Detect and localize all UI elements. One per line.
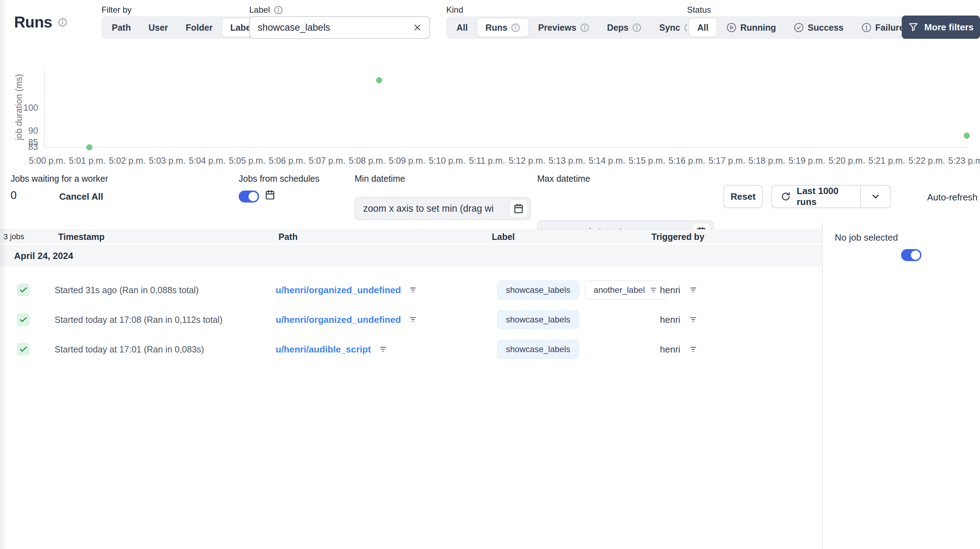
success-check-icon: [17, 313, 30, 326]
label-chip[interactable]: another_label: [585, 281, 667, 300]
label-filter-label: Label: [249, 5, 283, 15]
col-label: Label: [492, 231, 515, 242]
info-icon[interactable]: [511, 23, 520, 32]
reset-button[interactable]: Reset: [723, 185, 763, 208]
x-tick-label: 5:17 p.m.: [709, 156, 745, 166]
jobs-waiting-label: Jobs waiting for a worker: [11, 174, 108, 184]
jobs-waiting-count: 0: [11, 189, 17, 202]
refresh-icon: [781, 191, 791, 202]
job-timestamp: Started today at 17:01 (Ran in 0,083s): [55, 344, 204, 354]
run-data-point[interactable]: [964, 132, 970, 139]
chevron-down-icon: [870, 191, 881, 202]
job-row[interactable]: Started today at 17:01 (Ran in 0,083s) u…: [0, 335, 822, 364]
min-datetime-input[interactable]: [355, 203, 530, 214]
x-tick-label: 5:10 p.m.: [429, 156, 465, 166]
label-chip[interactable]: showcase_labels: [497, 340, 579, 359]
more-filters-button[interactable]: More filters: [902, 16, 980, 39]
kind-option-deps[interactable]: Deps: [598, 18, 650, 37]
min-datetime-field: [355, 197, 531, 220]
label-chip-text: showcase_labels: [506, 285, 570, 295]
table-header-band: 3 jobs Timestamp Path Label Triggered by: [0, 229, 822, 243]
x-tick-label: 5:23 p.m.: [948, 156, 980, 166]
status-option-running[interactable]: Running: [718, 18, 784, 37]
status-option-label: All: [697, 22, 709, 33]
kind-option-runs[interactable]: Runs: [477, 18, 529, 37]
x-tick-label: 5:15 p.m.: [628, 156, 665, 166]
cancel-all-button[interactable]: Cancel All: [59, 191, 103, 202]
kind-option-previews[interactable]: Previews: [530, 18, 598, 37]
job-path-link[interactable]: u/henri/organized_undefined: [276, 314, 401, 325]
filter-icon[interactable]: [689, 316, 698, 324]
label-filter-field: [249, 16, 430, 39]
filter-by-option-folder[interactable]: Folder: [177, 18, 221, 37]
triggered-by-user: henri: [660, 344, 680, 355]
kind-option-label: Sync: [659, 22, 680, 33]
job-labels: showcase_labels: [497, 310, 579, 329]
kind-option-label: Previews: [538, 22, 576, 33]
filter-by-option-label: Folder: [186, 22, 213, 33]
x-tick-label: 5:04 p.m.: [189, 156, 225, 166]
filter-by-option-label: User: [148, 22, 168, 33]
x-tick-label: 5:14 p.m.: [589, 156, 625, 166]
success-check-icon: [17, 284, 30, 296]
triggered-by-user: henri: [660, 314, 680, 325]
job-labels: showcase_labels: [497, 340, 579, 359]
x-tick-label: 5:22 p.m.: [908, 156, 945, 166]
job-row[interactable]: Started 31s ago (Ran in 0,088s total) u/…: [0, 275, 822, 305]
filter-icon[interactable]: [689, 345, 698, 354]
calendar-icon[interactable]: [264, 189, 276, 200]
date-group-band: April 24, 2024: [0, 245, 822, 267]
refresh-runs-button[interactable]: Last 1000 runs: [772, 185, 860, 207]
filter-by-segmented: PathUserFolderLabel: [102, 16, 263, 39]
no-job-selected-text: No job selected: [835, 232, 898, 243]
label-chip[interactable]: showcase_labels: [497, 310, 579, 329]
calendar-icon[interactable]: [509, 199, 528, 218]
job-row[interactable]: Started today at 17:08 (Ran in 0,112s to…: [0, 305, 822, 335]
label-chip-text: another_label: [593, 285, 645, 295]
status-segmented: AllRunningSuccessFailure: [687, 16, 915, 39]
job-path-link[interactable]: u/henri/audible_script: [276, 344, 371, 355]
filter-icon[interactable]: [409, 316, 417, 324]
runs-duration-chart[interactable]: job duration (ms)1009085835:00 p.m.5:01 …: [0, 53, 980, 169]
status-option-all[interactable]: All: [689, 18, 717, 37]
filter-icon[interactable]: [689, 286, 698, 295]
kind-label: Kind: [446, 5, 463, 15]
filter-icon[interactable]: [409, 286, 417, 295]
info-icon[interactable]: [58, 18, 67, 27]
auto-refresh-label: Auto-refresh: [927, 192, 978, 203]
kind-option-all[interactable]: All: [448, 18, 476, 37]
filter-by-option-user[interactable]: User: [140, 18, 177, 37]
info-icon[interactable]: [274, 5, 283, 15]
status-option-success[interactable]: Success: [785, 18, 852, 37]
x-tick-label: 5:08 p.m.: [348, 156, 385, 166]
info-icon[interactable]: [632, 23, 641, 32]
label-chip-text: showcase_labels: [506, 315, 570, 325]
filter-icon[interactable]: [379, 345, 387, 354]
label-chip[interactable]: showcase_labels: [497, 281, 579, 300]
run-data-point[interactable]: [86, 144, 92, 150]
x-tick-label: 5:07 p.m.: [309, 156, 345, 166]
filter-icon[interactable]: [649, 286, 658, 295]
jobs-from-schedules-toggle[interactable]: [239, 190, 259, 203]
run-data-point[interactable]: [376, 77, 382, 83]
x-tick-label: 5:06 p.m.: [269, 156, 305, 166]
status-label: Status: [687, 5, 711, 15]
label-filter-input[interactable]: [250, 22, 412, 33]
jobs-from-schedules-label: Jobs from schedules: [239, 174, 320, 184]
job-path-link[interactable]: u/henri/organized_undefined: [276, 285, 401, 296]
close-icon[interactable]: [412, 22, 422, 32]
max-datetime-label: Max datetime: [537, 174, 590, 184]
kind-option-label: Runs: [485, 22, 508, 33]
success-check-icon: [17, 343, 30, 356]
status-option-label: Success: [808, 22, 843, 33]
filter-by-option-path[interactable]: Path: [103, 18, 139, 37]
info-icon[interactable]: [580, 23, 589, 32]
job-labels: showcase_labelsanother_label: [497, 281, 667, 300]
y-tick-label: 83: [10, 142, 38, 152]
col-triggered-by: Triggered by: [651, 231, 704, 242]
runs-window-dropdown-button[interactable]: [861, 191, 891, 202]
panel-divider: [822, 222, 823, 549]
job-timestamp: Started 31s ago (Ran in 0,088s total): [55, 285, 199, 295]
auto-refresh-toggle[interactable]: [901, 249, 921, 261]
x-tick-label: 5:05 p.m.: [229, 156, 266, 166]
